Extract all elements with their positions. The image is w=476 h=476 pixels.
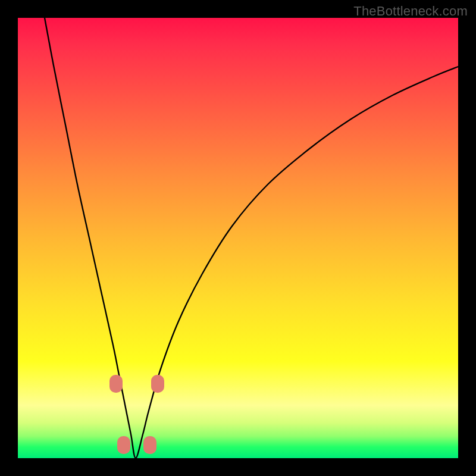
marker-left-lower [117, 436, 130, 454]
marker-left-upper [109, 375, 123, 393]
markers-layer [18, 18, 458, 458]
marker-right-upper [151, 375, 164, 393]
plot-area [18, 18, 458, 458]
watermark-text: TheBottleneck.com [353, 4, 468, 19]
marker-right-lower [143, 436, 156, 454]
chart-frame: TheBottleneck.com [0, 0, 476, 476]
